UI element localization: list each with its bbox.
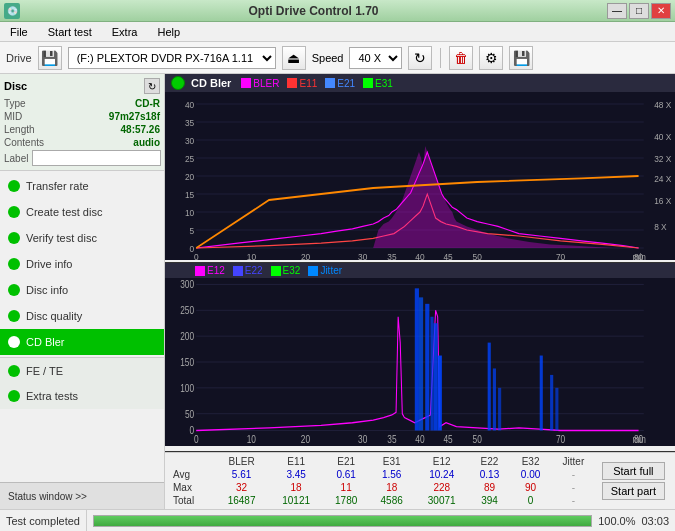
save-button[interactable]: 💾 [509,46,533,70]
chart-bottom-titlebar: E12 E22 E32 Jitter [165,263,675,278]
svg-text:8 X: 8 X [654,221,666,232]
sidebar-item-verify-test-disc[interactable]: Verify test disc [0,225,164,251]
stats-total-bler: 16487 [214,494,269,507]
app-icon: 💿 [4,3,20,19]
svg-text:50: 50 [185,409,194,420]
status-bar: Test completed 100.0% 03:03 [0,509,675,531]
start-full-button[interactable]: Start full [602,462,665,480]
legend-e11: E11 [287,78,317,89]
sidebar-item-cd-bler[interactable]: CD Bler [0,329,164,355]
legend-e22-label: E22 [245,265,263,276]
chart-bottom-panel: E12 E22 E32 Jitter [165,263,675,452]
nav-dot-cd-bler [8,336,20,348]
nav-label-extra-tests: Extra tests [26,390,78,402]
sidebar-item-fe-te[interactable]: FE / TE [0,357,164,383]
stats-max-e21: 11 [323,481,369,494]
legend-bler: BLER [241,78,279,89]
nav-label-drive-info: Drive info [26,258,72,270]
svg-text:5: 5 [190,225,195,236]
disc-title: Disc [4,80,27,92]
svg-text:70: 70 [556,435,565,446]
svg-text:45: 45 [443,251,452,260]
drive-icon-button[interactable]: 💾 [38,46,62,70]
nav-label-verify-test-disc: Verify test disc [26,232,97,244]
settings-button[interactable]: ⚙ [479,46,503,70]
svg-rect-70 [540,356,543,431]
svg-text:150: 150 [180,357,194,368]
svg-text:15: 15 [185,189,194,200]
stats-col-e32: E32 [510,455,551,468]
stats-total-e31: 4586 [369,494,415,507]
toolbar-separator [440,48,441,68]
legend-e32: E32 [271,265,301,276]
sidebar: Disc ↻ Type CD-R MID 97m27s18f Length 48… [0,74,165,509]
stats-row-max: Max 32 18 11 18 228 89 90 - [169,481,596,494]
svg-text:100: 100 [180,383,194,394]
nav-label-transfer-rate: Transfer rate [26,180,89,192]
menu-help[interactable]: Help [151,24,186,40]
svg-text:45: 45 [443,435,452,446]
length-value: 48:57.26 [121,124,160,135]
sidebar-item-disc-info[interactable]: Disc info [0,277,164,303]
stats-avg-label: Avg [169,468,214,481]
legend-e12-label: E12 [207,265,225,276]
toolbar: Drive 💾 (F:) PLEXTOR DVDR PX-716A 1.11 ⏏… [0,42,675,74]
speed-select[interactable]: 40 X [349,47,402,69]
status-section: Test completed [0,510,87,531]
sidebar-item-extra-tests[interactable]: Extra tests [0,383,164,409]
nav-label-create-test-disc: Create test disc [26,206,102,218]
eject-button[interactable]: ⏏ [282,46,306,70]
sidebar-item-drive-info[interactable]: Drive info [0,251,164,277]
legend-e11-label: E11 [299,78,317,89]
stats-avg-e21: 0.61 [323,468,369,481]
nav-label-disc-info: Disc info [26,284,68,296]
svg-rect-69 [498,388,501,431]
svg-rect-67 [488,343,491,431]
stats-row-avg: Avg 5.61 3.45 0.61 1.56 10.24 0.13 0.00 … [169,468,596,481]
status-window-button[interactable]: Status window >> [0,483,164,509]
nav-dot-disc-quality [8,310,20,322]
start-part-button[interactable]: Start part [602,482,665,500]
maximize-button[interactable]: □ [629,3,649,19]
main-content: Disc ↻ Type CD-R MID 97m27s18f Length 48… [0,74,675,509]
stats-avg-e11: 3.45 [269,468,324,481]
stats-total-e22: 394 [469,494,510,507]
svg-rect-64 [438,356,442,431]
close-button[interactable]: ✕ [651,3,671,19]
nav-dot-verify-test-disc [8,232,20,244]
chart-top-svg: 40 35 30 25 20 15 10 5 0 0 10 20 30 35 4… [165,92,675,260]
svg-text:0: 0 [194,251,199,260]
stats-max-label: Max [169,481,214,494]
stats-col-jitter: Jitter [551,455,596,468]
svg-rect-71 [550,375,553,431]
erase-button[interactable]: 🗑 [449,46,473,70]
label-input[interactable] [32,150,161,166]
legend-e22: E22 [233,265,263,276]
contents-label: Contents [4,137,44,148]
disc-refresh-button[interactable]: ↻ [144,78,160,94]
svg-text:30: 30 [358,435,367,446]
menu-start-test[interactable]: Start test [42,24,98,40]
menu-file[interactable]: File [4,24,34,40]
nav-dot-fe-te [8,365,20,377]
refresh-button[interactable]: ↻ [408,46,432,70]
drive-select[interactable]: (F:) PLEXTOR DVDR PX-716A 1.11 [68,47,276,69]
svg-text:35: 35 [185,117,194,128]
stats-col-e11: E11 [269,455,324,468]
stats-area: BLER E11 E21 E31 E12 E22 E32 Jitter [165,452,675,509]
sidebar-item-disc-quality[interactable]: Disc quality [0,303,164,329]
sidebar-item-create-test-disc[interactable]: Create test disc [0,199,164,225]
stats-total-label: Total [169,494,214,507]
svg-text:250: 250 [180,305,194,316]
menu-extra[interactable]: Extra [106,24,144,40]
minimize-button[interactable]: — [607,3,627,19]
svg-text:10: 10 [247,435,256,446]
sidebar-item-transfer-rate[interactable]: Transfer rate [0,173,164,199]
svg-text:40: 40 [415,251,424,260]
stats-total-e21: 1780 [323,494,369,507]
svg-text:10: 10 [185,207,194,218]
svg-text:40: 40 [185,99,194,110]
svg-text:20: 20 [185,171,194,182]
chart-top-icon [171,76,185,90]
app-title: Opti Drive Control 1.70 [20,4,607,18]
